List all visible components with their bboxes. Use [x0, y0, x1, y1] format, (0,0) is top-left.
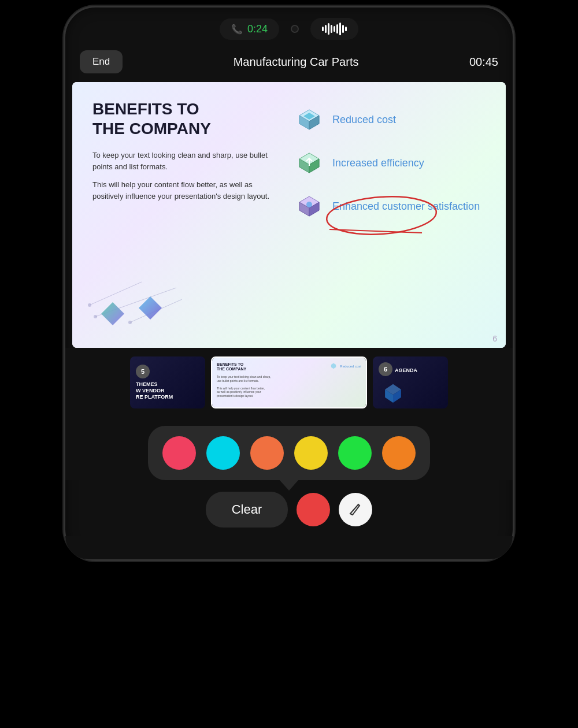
audio-bar [328, 23, 329, 35]
slide-title: BENEFITS TO THE COMPANY [92, 99, 283, 138]
slide-decoration [84, 270, 188, 336]
decorative-svg [84, 270, 188, 334]
thumb-right: Reduced cost [329, 362, 361, 370]
thumbnail-num-3: 6 [379, 362, 392, 376]
thumb-benefit-text: Reduced cost [340, 365, 361, 368]
benefit-icon-2 [295, 148, 324, 177]
phone-shell: 📞 0:24 End Manufac [64, 6, 514, 561]
color-popup-wrapper [65, 417, 513, 480]
slide-title-line1: BENEFITS TO [92, 100, 199, 118]
audio-bar [339, 23, 341, 35]
color-picker-popup [148, 426, 430, 480]
thumbnail-strip: 5 THEMESW VENDORRE PLATFORM BENEFITS TOT… [65, 348, 513, 417]
thumbnail-title-1: THEMESW VENDORRE PLATFORM [136, 381, 199, 400]
svg-line-29 [350, 514, 353, 515]
svg-point-14 [306, 202, 312, 207]
status-bar: 📞 0:24 [65, 8, 513, 46]
benefit-icon-1 [295, 105, 324, 134]
benefit-item-3: Enhanced customer satisfaction [295, 192, 486, 221]
phone-icon: 📞 [231, 24, 243, 35]
color-dot-yellow[interactable] [294, 436, 328, 470]
svg-line-16 [329, 229, 422, 233]
color-dot-orange-red[interactable] [250, 436, 284, 470]
benefit-text-container-3: Enhanced customer satisfaction [332, 200, 480, 213]
slide-body-text-2: This will help your content flow better,… [92, 179, 283, 202]
thumbnail-3[interactable]: 6 AGENDA [373, 356, 448, 408]
audio-bars [322, 23, 347, 35]
phone-container: 📞 0:24 End Manufac [64, 6, 514, 561]
thumb-benefit-title: BENEFITS TOTHE COMPANY [217, 362, 246, 371]
slide-body-text-1: To keep your text looking clean and shar… [92, 150, 283, 172]
end-button[interactable]: End [80, 50, 123, 73]
thumbnail-content-2: BENEFITS TOTHE COMPANY Reduced cost To k… [212, 358, 366, 407]
slide-right: Reduced cost Increased efficiency [295, 99, 486, 330]
active-color-swatch[interactable] [297, 493, 330, 526]
color-dot-cyan[interactable] [206, 436, 240, 470]
phone-bottom [65, 536, 513, 559]
slide-area: BENEFITS TO THE COMPANY To keep your tex… [72, 82, 506, 348]
slide-title-line2: THE COMPANY [92, 120, 211, 138]
audio-bar [345, 27, 347, 31]
call-time: 0:24 [247, 23, 268, 35]
svg-point-22 [128, 321, 132, 324]
color-dot-red[interactable] [162, 436, 196, 470]
benefit-text-3: Enhanced customer satisfaction [332, 200, 480, 212]
benefit-text-1: Reduced cost [332, 114, 396, 126]
svg-point-20 [94, 315, 97, 318]
audio-bar [336, 24, 338, 34]
thumb-icon [329, 362, 338, 370]
thumbnail-2-active[interactable]: BENEFITS TOTHE COMPANY Reduced cost To k… [211, 356, 367, 408]
call-duration: 00:45 [469, 55, 498, 69]
svg-point-21 [88, 303, 91, 307]
thumbnail-title-3: AGENDA [395, 367, 417, 374]
pencil-button[interactable] [339, 493, 372, 526]
svg-marker-25 [331, 363, 336, 369]
audio-bar [325, 25, 327, 33]
benefit-text-2: Increased efficiency [332, 157, 424, 169]
thumb3-graphic [379, 381, 407, 403]
color-dot-green[interactable] [338, 436, 372, 470]
color-dot-orange[interactable] [382, 436, 416, 470]
thumbnail-1[interactable]: 5 THEMESW VENDORRE PLATFORM [130, 356, 205, 408]
slide-page-number: 6 [492, 334, 497, 343]
slide-content: BENEFITS TO THE COMPANY To keep your tex… [72, 82, 506, 348]
audio-bar [342, 25, 344, 33]
svg-point-15 [325, 194, 438, 238]
audio-bar [322, 27, 324, 31]
thumb-body-text: To keep your text looking clean and shar… [217, 375, 361, 398]
camera-notch [291, 25, 299, 33]
clear-button[interactable]: Clear [206, 492, 288, 528]
call-header: End Manufacturing Car Parts 00:45 [65, 46, 513, 82]
thumb-header: BENEFITS TOTHE COMPANY Reduced cost [217, 362, 361, 373]
call-title: Manufacturing Car Parts [234, 55, 359, 69]
pencil-icon [348, 502, 363, 517]
bottom-toolbar: Clear [65, 480, 513, 536]
svg-marker-23 [101, 302, 124, 325]
call-indicator: 📞 0:24 [220, 18, 279, 40]
benefit-icon-3 [295, 192, 324, 221]
audio-indicator [310, 18, 358, 40]
svg-line-18 [90, 282, 142, 305]
thumb3-header: 6 AGENDA [379, 362, 442, 379]
thumbnail-num-1: 5 [136, 365, 150, 378]
benefit-item-2: Increased efficiency [295, 148, 486, 177]
benefit-item-1: Reduced cost [295, 105, 486, 134]
audio-bar [334, 26, 335, 32]
audio-bar [331, 25, 332, 33]
